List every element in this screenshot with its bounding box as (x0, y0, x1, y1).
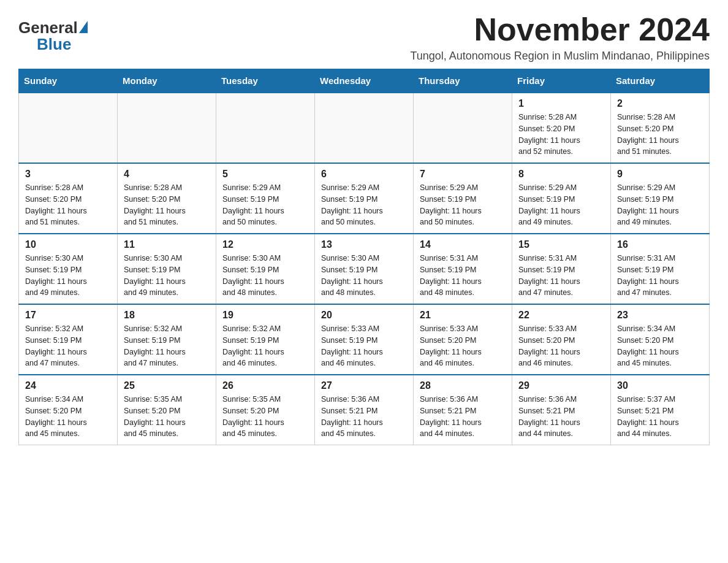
calendar-cell (414, 93, 512, 163)
calendar-cell: 25Sunrise: 5:35 AM Sunset: 5:20 PM Dayli… (118, 375, 216, 445)
calendar-cell: 27Sunrise: 5:36 AM Sunset: 5:21 PM Dayli… (315, 375, 414, 445)
month-title: November 2024 (410, 12, 710, 47)
location-subtitle: Tungol, Autonomous Region in Muslim Mind… (410, 50, 710, 63)
day-info: Sunrise: 5:36 AM Sunset: 5:21 PM Dayligh… (518, 394, 604, 440)
day-number: 4 (124, 169, 210, 180)
day-number: 5 (222, 169, 308, 180)
calendar-cell: 28Sunrise: 5:36 AM Sunset: 5:21 PM Dayli… (414, 375, 512, 445)
day-info: Sunrise: 5:29 AM Sunset: 5:19 PM Dayligh… (420, 182, 506, 228)
calendar-cell: 24Sunrise: 5:34 AM Sunset: 5:20 PM Dayli… (19, 375, 118, 445)
day-number: 26 (222, 380, 308, 391)
day-number: 10 (25, 239, 111, 250)
day-info: Sunrise: 5:29 AM Sunset: 5:19 PM Dayligh… (518, 182, 604, 228)
day-info: Sunrise: 5:28 AM Sunset: 5:20 PM Dayligh… (124, 182, 210, 228)
calendar-cell: 21Sunrise: 5:33 AM Sunset: 5:20 PM Dayli… (414, 304, 512, 375)
day-info: Sunrise: 5:28 AM Sunset: 5:20 PM Dayligh… (25, 182, 111, 228)
calendar-cell: 15Sunrise: 5:31 AM Sunset: 5:19 PM Dayli… (512, 234, 611, 304)
calendar-header-sunday: Sunday (19, 69, 118, 93)
day-info: Sunrise: 5:33 AM Sunset: 5:19 PM Dayligh… (321, 323, 407, 369)
calendar-cell: 22Sunrise: 5:33 AM Sunset: 5:20 PM Dayli… (512, 304, 611, 375)
day-number: 7 (420, 169, 506, 180)
calendar-cell (315, 93, 414, 163)
day-info: Sunrise: 5:35 AM Sunset: 5:20 PM Dayligh… (124, 394, 210, 440)
day-info: Sunrise: 5:34 AM Sunset: 5:20 PM Dayligh… (25, 394, 111, 440)
day-number: 12 (222, 239, 308, 250)
day-info: Sunrise: 5:30 AM Sunset: 5:19 PM Dayligh… (321, 253, 407, 299)
calendar-header-friday: Friday (512, 69, 611, 93)
day-number: 15 (518, 239, 604, 250)
calendar-cell: 11Sunrise: 5:30 AM Sunset: 5:19 PM Dayli… (118, 234, 216, 304)
calendar-header-tuesday: Tuesday (216, 69, 315, 93)
calendar-cell: 8Sunrise: 5:29 AM Sunset: 5:19 PM Daylig… (512, 163, 611, 234)
day-number: 22 (518, 310, 604, 321)
page-header: General Blue November 2024 Tungol, Auton… (18, 12, 710, 63)
calendar-cell (216, 93, 315, 163)
day-info: Sunrise: 5:31 AM Sunset: 5:19 PM Dayligh… (420, 253, 506, 299)
day-info: Sunrise: 5:29 AM Sunset: 5:19 PM Dayligh… (321, 182, 407, 228)
day-info: Sunrise: 5:35 AM Sunset: 5:20 PM Dayligh… (222, 394, 308, 440)
calendar-week-row: 1Sunrise: 5:28 AM Sunset: 5:20 PM Daylig… (19, 93, 710, 163)
day-info: Sunrise: 5:37 AM Sunset: 5:21 PM Dayligh… (617, 394, 703, 440)
calendar-cell: 5Sunrise: 5:29 AM Sunset: 5:19 PM Daylig… (216, 163, 315, 234)
day-info: Sunrise: 5:32 AM Sunset: 5:19 PM Dayligh… (25, 323, 111, 369)
calendar-cell: 1Sunrise: 5:28 AM Sunset: 5:20 PM Daylig… (512, 93, 611, 163)
day-number: 3 (25, 169, 111, 180)
day-info: Sunrise: 5:32 AM Sunset: 5:19 PM Dayligh… (222, 323, 308, 369)
day-number: 11 (124, 239, 210, 250)
calendar-header-saturday: Saturday (611, 69, 710, 93)
day-number: 29 (518, 380, 604, 391)
logo: General Blue (18, 12, 88, 54)
day-number: 19 (222, 310, 308, 321)
calendar-header-wednesday: Wednesday (315, 69, 414, 93)
day-info: Sunrise: 5:30 AM Sunset: 5:19 PM Dayligh… (25, 253, 111, 299)
day-number: 30 (617, 380, 703, 391)
day-number: 14 (420, 239, 506, 250)
calendar-week-row: 3Sunrise: 5:28 AM Sunset: 5:20 PM Daylig… (19, 163, 710, 234)
day-info: Sunrise: 5:32 AM Sunset: 5:19 PM Dayligh… (124, 323, 210, 369)
calendar-cell: 7Sunrise: 5:29 AM Sunset: 5:19 PM Daylig… (414, 163, 512, 234)
day-number: 17 (25, 310, 111, 321)
calendar-week-row: 17Sunrise: 5:32 AM Sunset: 5:19 PM Dayli… (19, 304, 710, 375)
calendar-table: SundayMondayTuesdayWednesdayThursdayFrid… (18, 69, 710, 445)
day-number: 8 (518, 169, 604, 180)
day-number: 1 (518, 98, 604, 109)
day-number: 28 (420, 380, 506, 391)
day-info: Sunrise: 5:31 AM Sunset: 5:19 PM Dayligh… (617, 253, 703, 299)
calendar-cell: 16Sunrise: 5:31 AM Sunset: 5:19 PM Dayli… (611, 234, 710, 304)
calendar-cell: 19Sunrise: 5:32 AM Sunset: 5:19 PM Dayli… (216, 304, 315, 375)
calendar-cell: 20Sunrise: 5:33 AM Sunset: 5:19 PM Dayli… (315, 304, 414, 375)
calendar-cell: 13Sunrise: 5:30 AM Sunset: 5:19 PM Dayli… (315, 234, 414, 304)
calendar-header-thursday: Thursday (414, 69, 512, 93)
day-number: 25 (124, 380, 210, 391)
calendar-cell: 18Sunrise: 5:32 AM Sunset: 5:19 PM Dayli… (118, 304, 216, 375)
day-number: 6 (321, 169, 407, 180)
calendar-cell: 2Sunrise: 5:28 AM Sunset: 5:20 PM Daylig… (611, 93, 710, 163)
calendar-cell: 26Sunrise: 5:35 AM Sunset: 5:20 PM Dayli… (216, 375, 315, 445)
calendar-cell: 10Sunrise: 5:30 AM Sunset: 5:19 PM Dayli… (19, 234, 118, 304)
day-info: Sunrise: 5:36 AM Sunset: 5:21 PM Dayligh… (420, 394, 506, 440)
day-number: 13 (321, 239, 407, 250)
day-info: Sunrise: 5:31 AM Sunset: 5:19 PM Dayligh… (518, 253, 604, 299)
day-info: Sunrise: 5:33 AM Sunset: 5:20 PM Dayligh… (518, 323, 604, 369)
day-info: Sunrise: 5:36 AM Sunset: 5:21 PM Dayligh… (321, 394, 407, 440)
day-info: Sunrise: 5:29 AM Sunset: 5:19 PM Dayligh… (617, 182, 703, 228)
day-info: Sunrise: 5:33 AM Sunset: 5:20 PM Dayligh… (420, 323, 506, 369)
day-info: Sunrise: 5:30 AM Sunset: 5:19 PM Dayligh… (222, 253, 308, 299)
calendar-cell: 14Sunrise: 5:31 AM Sunset: 5:19 PM Dayli… (414, 234, 512, 304)
calendar-cell: 4Sunrise: 5:28 AM Sunset: 5:20 PM Daylig… (118, 163, 216, 234)
calendar-cell: 12Sunrise: 5:30 AM Sunset: 5:19 PM Dayli… (216, 234, 315, 304)
calendar-header-row: SundayMondayTuesdayWednesdayThursdayFrid… (19, 69, 710, 93)
day-info: Sunrise: 5:34 AM Sunset: 5:20 PM Dayligh… (617, 323, 703, 369)
calendar-cell: 9Sunrise: 5:29 AM Sunset: 5:19 PM Daylig… (611, 163, 710, 234)
day-info: Sunrise: 5:28 AM Sunset: 5:20 PM Dayligh… (518, 112, 604, 158)
day-number: 23 (617, 310, 703, 321)
calendar-cell (19, 93, 118, 163)
day-number: 9 (617, 169, 703, 180)
day-info: Sunrise: 5:28 AM Sunset: 5:20 PM Dayligh… (617, 112, 703, 158)
calendar-cell: 23Sunrise: 5:34 AM Sunset: 5:20 PM Dayli… (611, 304, 710, 375)
title-section: November 2024 Tungol, Autonomous Region … (410, 12, 710, 63)
day-info: Sunrise: 5:30 AM Sunset: 5:19 PM Dayligh… (124, 253, 210, 299)
day-number: 2 (617, 98, 703, 109)
calendar-cell (118, 93, 216, 163)
day-number: 18 (124, 310, 210, 321)
